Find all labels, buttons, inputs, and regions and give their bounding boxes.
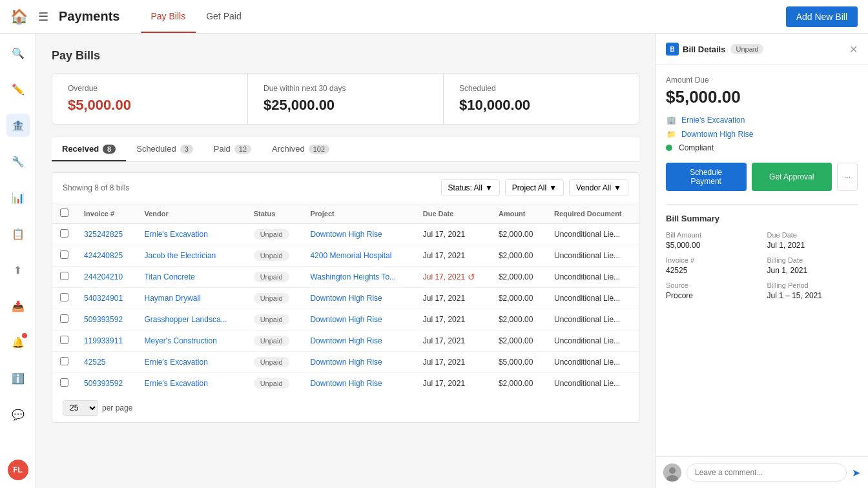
project-link[interactable]: Downtown High Rise — [310, 230, 382, 239]
vendor-link[interactable]: Titan Concrete — [145, 272, 195, 281]
sidebar-icon-layers[interactable]: 📋 — [6, 222, 30, 245]
sidebar-icon-bank[interactable]: 🏦 — [6, 114, 30, 137]
tab-scheduled[interactable]: Scheduled 3 — [126, 137, 203, 161]
received-badge: 8 — [103, 145, 116, 154]
sidebar-icon-notification[interactable]: 🔔 — [6, 330, 30, 354]
status-cell: Unpaid — [246, 224, 303, 245]
sidebar: 🔍 ✏️ 🏦 🔧 📊 📋 ⬆ 📥 🔔 ℹ️ 💬 FL — [0, 34, 36, 488]
row-checkbox-7[interactable] — [60, 378, 68, 387]
sidebar-icon-tools[interactable]: 🔧 — [6, 150, 30, 173]
table-header-row: Invoice # Vendor Status Project Due Date… — [52, 203, 639, 224]
vendor-link[interactable]: Ernie's Excavation — [145, 358, 208, 367]
project-link[interactable]: Downtown High Rise — [310, 358, 382, 367]
vendor-link[interactable]: Ernie's Excavation — [681, 116, 745, 125]
vendor-link[interactable]: Grasshopper Landsca... — [145, 315, 227, 324]
invoice-link[interactable]: 509393592 — [84, 315, 123, 324]
project-link[interactable]: Downtown High Rise — [681, 130, 753, 139]
billing-period-label: Billing Period — [767, 281, 858, 289]
sidebar-icon-chat[interactable]: 💬 — [6, 403, 30, 426]
invoice-cell: 42525 — [76, 352, 137, 373]
schedule-payment-button[interactable]: Schedule Payment — [666, 163, 747, 191]
sidebar-icon-upload[interactable]: ⬆ — [6, 258, 30, 281]
vendor-link[interactable]: Hayman Drywall — [145, 294, 201, 303]
due-date-cell: Jul 17, 2021 — [415, 245, 491, 267]
invoice-link[interactable]: 42525 — [84, 358, 105, 367]
status-cell: Unpaid — [246, 373, 303, 394]
per-page-select[interactable]: 25 50 100 — [63, 400, 98, 416]
amount-due-label: Amount Due — [666, 76, 858, 85]
row-checkbox-3[interactable] — [60, 293, 68, 301]
table-row: 119933911 Meyer's Construction Unpaid Do… — [52, 330, 639, 352]
get-approval-button[interactable]: Get Approval — [752, 163, 832, 191]
amount-cell: $2,000.00 — [491, 309, 546, 330]
row-checkbox-0[interactable] — [60, 229, 68, 238]
due-date-cell: Jul 17, 2021 — [415, 224, 491, 245]
bill-details-tab[interactable]: B Bill Details — [666, 43, 725, 56]
row-checkbox-6[interactable] — [60, 357, 68, 365]
chevron-down-icon: ▼ — [614, 183, 621, 192]
more-options-button[interactable]: ··· — [837, 163, 858, 191]
vendor-link[interactable]: Ernie's Excavation — [145, 379, 208, 388]
home-logo-icon[interactable]: 🏠 — [10, 8, 28, 25]
row-checkbox-2[interactable] — [60, 272, 68, 280]
tab-get-paid[interactable]: Get Paid — [196, 1, 251, 33]
invoice-link[interactable]: 509393592 — [84, 379, 123, 388]
add-new-bill-button[interactable]: Add New Bill — [786, 6, 858, 27]
tab-archived[interactable]: Archived 102 — [262, 137, 340, 161]
summary-cards: Overdue $5,000.00 Due within next 30 day… — [52, 73, 639, 125]
vendor-link[interactable]: Jacob the Electrician — [145, 251, 216, 260]
invoice-link[interactable]: 424240825 — [84, 251, 123, 260]
table-row: 325242825 Ernie's Excavation Unpaid Down… — [52, 224, 639, 245]
project-link[interactable]: Downtown High Rise — [310, 336, 382, 345]
project-link[interactable]: 4200 Memorial Hospital — [310, 251, 391, 260]
row-checkbox-cell — [52, 224, 76, 245]
tab-paid[interactable]: Paid 12 — [203, 137, 262, 161]
hamburger-icon[interactable]: ☰ — [38, 10, 48, 24]
panel-actions: Schedule Payment Get Approval ··· — [666, 163, 858, 191]
invoice-link[interactable]: 325242825 — [84, 230, 123, 239]
table-row: 509393592 Ernie's Excavation Unpaid Down… — [52, 373, 639, 394]
invoice-link[interactable]: 119933911 — [84, 336, 123, 345]
sidebar-icon-chart[interactable]: 📊 — [6, 186, 30, 209]
select-all-header — [52, 203, 76, 224]
due-date-cell: Jul 17, 2021 — [415, 352, 491, 373]
status-cell: Unpaid — [246, 245, 303, 267]
send-comment-button[interactable]: ➤ — [852, 467, 860, 479]
sidebar-icon-info[interactable]: ℹ️ — [6, 367, 30, 390]
overdue-label: Overdue — [68, 84, 232, 93]
row-checkbox-1[interactable] — [60, 250, 68, 259]
vendor-link[interactable]: Ernie's Excavation — [145, 230, 208, 239]
project-link[interactable]: Downtown High Rise — [310, 379, 382, 388]
tab-pay-bills[interactable]: Pay Bills — [141, 1, 196, 33]
sidebar-icon-inbox[interactable]: 📥 — [6, 294, 30, 318]
status-filter[interactable]: Status: All ▼ — [441, 179, 500, 196]
tab-received[interactable]: Received 8 — [52, 137, 126, 161]
project-link[interactable]: Washington Heights To... — [310, 272, 396, 281]
select-all-checkbox[interactable] — [60, 208, 68, 217]
project-filter[interactable]: Project All ▼ — [505, 179, 564, 196]
amount-due-value: $5,000.00 — [666, 87, 858, 107]
table-row: 424240825 Jacob the Electrician Unpaid 4… — [52, 245, 639, 267]
bills-table-container: Showing 8 of 8 bills Status: All ▼ Proje… — [52, 172, 639, 423]
close-panel-button[interactable]: ✕ — [849, 43, 858, 56]
pay-bills-title: Pay Bills — [52, 49, 639, 63]
col-status: Status — [246, 203, 303, 224]
per-page-label: per page — [102, 403, 132, 412]
vendor-filter[interactable]: Vendor All ▼ — [569, 179, 628, 196]
vendor-link[interactable]: Meyer's Construction — [145, 336, 217, 345]
sidebar-icon-search[interactable]: 🔍 — [6, 41, 30, 65]
row-checkbox-4[interactable] — [60, 314, 68, 323]
invoice-link[interactable]: 244204210 — [84, 272, 123, 281]
vendor-cell: Titan Concrete — [137, 267, 246, 288]
sidebar-icon-pencil[interactable]: ✏️ — [6, 77, 30, 101]
invoice-link[interactable]: 540324901 — [84, 294, 123, 303]
user-avatar[interactable]: FL — [8, 460, 28, 480]
invoice-cell: 509393592 — [76, 309, 137, 330]
project-link[interactable]: Downtown High Rise — [310, 294, 382, 303]
row-checkbox-5[interactable] — [60, 336, 68, 344]
bill-details-label: Bill Details — [683, 45, 725, 54]
due-date-cell: Jul 17, 2021 — [415, 309, 491, 330]
invoice-cell: 119933911 — [76, 330, 137, 352]
project-link[interactable]: Downtown High Rise — [310, 315, 382, 324]
comment-input[interactable] — [687, 463, 847, 482]
